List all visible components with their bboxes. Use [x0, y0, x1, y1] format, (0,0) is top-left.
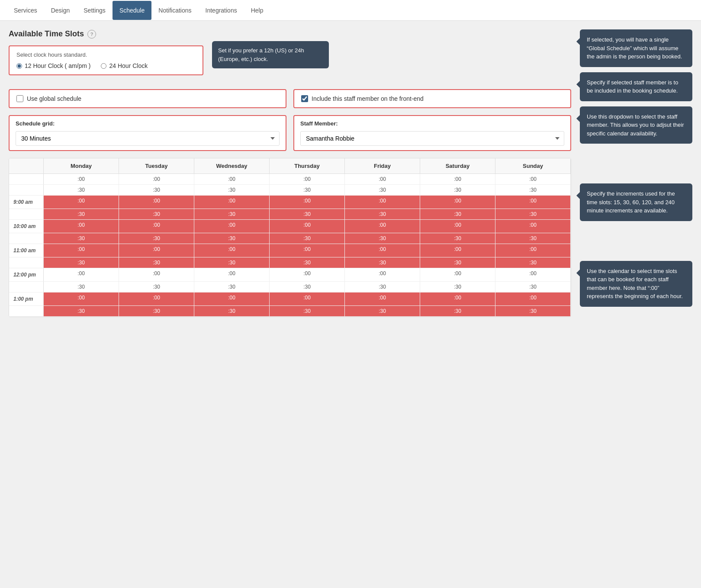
nav-design[interactable]: Design: [44, 1, 77, 20]
global-schedule-label[interactable]: Use global schedule: [27, 95, 81, 102]
grid-cell[interactable]: :30: [345, 257, 420, 268]
grid-cell[interactable]: :30: [44, 306, 119, 316]
include-staff-checkbox[interactable]: [301, 95, 308, 102]
grid-cell[interactable]: :30: [495, 306, 571, 316]
grid-cell[interactable]: :30: [194, 233, 270, 244]
global-schedule-checkbox[interactable]: [16, 95, 23, 102]
clock-12-label[interactable]: 12 Hour Clock ( am/pm ): [16, 62, 90, 69]
grid-cell[interactable]: :30: [119, 185, 194, 195]
grid-cell[interactable]: :30: [345, 185, 420, 195]
clock-24-label[interactable]: 24 Hour Clock: [101, 62, 148, 69]
grid-cell[interactable]: :00: [270, 268, 345, 281]
grid-cell[interactable]: :00: [44, 268, 119, 281]
nav-settings[interactable]: Settings: [77, 1, 113, 20]
grid-cell[interactable]: :30: [270, 233, 345, 244]
grid-cell[interactable]: :00: [270, 196, 345, 209]
grid-cell[interactable]: :30: [194, 209, 270, 219]
grid-cell[interactable]: :00: [495, 268, 571, 281]
grid-cell[interactable]: :00: [345, 220, 420, 233]
grid-cell[interactable]: :00: [345, 196, 420, 209]
grid-cell[interactable]: :00: [119, 268, 194, 281]
grid-cell[interactable]: :00: [44, 220, 119, 233]
grid-cell[interactable]: :00: [119, 196, 194, 209]
grid-cell[interactable]: :00: [270, 292, 345, 305]
grid-cell[interactable]: :30: [194, 282, 270, 292]
grid-cell[interactable]: :30: [194, 257, 270, 268]
grid-cell[interactable]: :30: [119, 257, 194, 268]
staff-member-select[interactable]: Samantha Robbie: [300, 131, 564, 146]
grid-cell[interactable]: :00: [119, 244, 194, 257]
nav-help[interactable]: Help: [244, 1, 270, 20]
nav-integrations[interactable]: Integrations: [199, 1, 244, 20]
nav-notifications[interactable]: Notifications: [151, 1, 198, 20]
grid-cell[interactable]: :00: [420, 174, 495, 184]
grid-cell[interactable]: :00: [270, 220, 345, 233]
grid-cell[interactable]: :00: [345, 244, 420, 257]
grid-cell[interactable]: :00: [44, 174, 119, 184]
grid-cell[interactable]: :30: [44, 209, 119, 219]
grid-cell[interactable]: :30: [495, 209, 571, 219]
grid-cell[interactable]: :30: [345, 209, 420, 219]
include-staff-label[interactable]: Include this staff member on the front-e…: [312, 95, 424, 102]
grid-cell[interactable]: :30: [270, 282, 345, 292]
grid-cell[interactable]: :00: [194, 244, 270, 257]
grid-cell[interactable]: :00: [119, 292, 194, 305]
grid-cell[interactable]: :00: [44, 196, 119, 209]
grid-cell[interactable]: :30: [495, 282, 571, 292]
grid-cell[interactable]: :00: [119, 220, 194, 233]
nav-services[interactable]: Services: [7, 1, 44, 20]
grid-cell[interactable]: :30: [345, 282, 420, 292]
grid-cell[interactable]: :30: [420, 209, 495, 219]
grid-cell[interactable]: :00: [495, 196, 571, 209]
grid-cell[interactable]: :30: [44, 185, 119, 195]
grid-cell[interactable]: :00: [194, 220, 270, 233]
grid-cell[interactable]: :30: [495, 233, 571, 244]
grid-cell[interactable]: :00: [194, 174, 270, 184]
grid-cell[interactable]: :00: [270, 244, 345, 257]
grid-cell[interactable]: :30: [270, 209, 345, 219]
help-icon[interactable]: ?: [87, 30, 96, 39]
grid-cell[interactable]: :00: [270, 174, 345, 184]
grid-cell[interactable]: :30: [420, 233, 495, 244]
grid-cell[interactable]: :00: [345, 268, 420, 281]
grid-cell[interactable]: :30: [420, 282, 495, 292]
grid-cell[interactable]: :30: [44, 233, 119, 244]
grid-cell[interactable]: :30: [44, 257, 119, 268]
grid-cell[interactable]: :30: [495, 257, 571, 268]
grid-cell[interactable]: :00: [495, 174, 571, 184]
grid-cell[interactable]: :00: [420, 244, 495, 257]
grid-cell[interactable]: :30: [194, 185, 270, 195]
grid-cell[interactable]: :00: [345, 174, 420, 184]
grid-cell[interactable]: :30: [194, 306, 270, 316]
grid-cell[interactable]: :30: [119, 209, 194, 219]
grid-cell[interactable]: :00: [44, 244, 119, 257]
grid-cell[interactable]: :00: [495, 292, 571, 305]
grid-cell[interactable]: :30: [119, 233, 194, 244]
grid-cell[interactable]: :30: [495, 185, 571, 195]
grid-cell[interactable]: :30: [44, 282, 119, 292]
grid-cell[interactable]: :30: [270, 185, 345, 195]
grid-cell[interactable]: :00: [194, 292, 270, 305]
grid-cell[interactable]: :00: [495, 244, 571, 257]
grid-cell[interactable]: :00: [44, 292, 119, 305]
grid-cell[interactable]: :00: [420, 196, 495, 209]
grid-cell[interactable]: :00: [194, 196, 270, 209]
grid-cell[interactable]: :00: [194, 268, 270, 281]
grid-cell[interactable]: :30: [270, 257, 345, 268]
grid-cell[interactable]: :00: [119, 174, 194, 184]
grid-cell[interactable]: :00: [345, 292, 420, 305]
grid-cell[interactable]: :00: [420, 220, 495, 233]
grid-cell[interactable]: :30: [420, 185, 495, 195]
grid-cell[interactable]: :00: [420, 292, 495, 305]
grid-cell[interactable]: :30: [345, 233, 420, 244]
grid-cell[interactable]: :30: [345, 306, 420, 316]
grid-cell[interactable]: :00: [420, 268, 495, 281]
grid-cell[interactable]: :30: [420, 257, 495, 268]
grid-cell[interactable]: :30: [119, 306, 194, 316]
grid-cell[interactable]: :30: [270, 306, 345, 316]
clock-24-radio[interactable]: [101, 63, 106, 69]
nav-schedule[interactable]: Schedule: [113, 1, 151, 20]
grid-cell[interactable]: :30: [420, 306, 495, 316]
schedule-grid-select[interactable]: 30 Minutes 15 Minutes 60 Minutes 120 Min…: [16, 131, 280, 146]
grid-cell[interactable]: :30: [119, 282, 194, 292]
